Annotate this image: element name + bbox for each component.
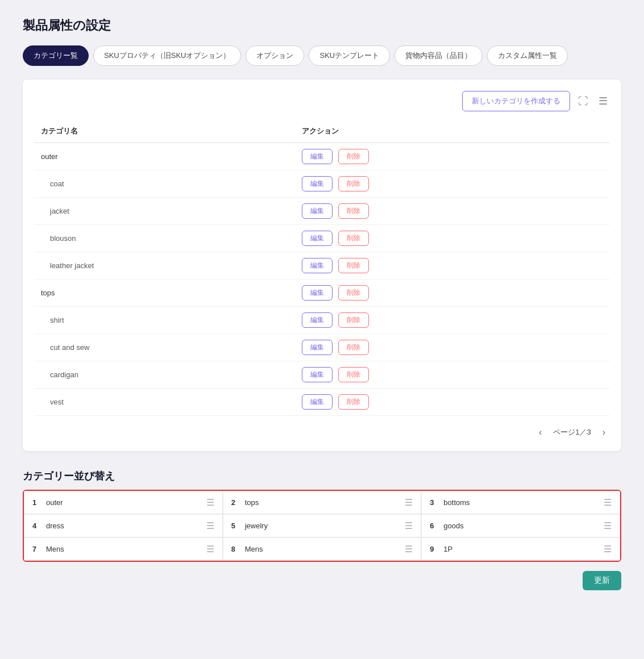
category-table: カテゴリ名 アクション outer 編集 削除 coat 編集 削除 jacke…: [34, 120, 610, 416]
drag-handle-icon[interactable]: ☰: [405, 520, 413, 531]
sort-item[interactable]: 1 outer ☰: [24, 491, 223, 514]
tab-options[interactable]: オプション: [246, 45, 304, 66]
sort-section: カテゴリー並び替え 1 outer ☰ 2 tops ☰ 3 bottoms ☰…: [23, 469, 621, 590]
row-actions: 編集 削除: [295, 170, 610, 198]
sort-label: Mens: [245, 545, 263, 553]
sort-title: カテゴリー並び替え: [23, 469, 621, 483]
create-category-button[interactable]: 新しいカテゴリを作成する: [462, 91, 570, 111]
delete-button[interactable]: 削除: [338, 258, 369, 273]
table-row: cardigan 編集 削除: [34, 361, 610, 389]
edit-button[interactable]: 編集: [302, 394, 333, 410]
tab-sku-template[interactable]: SKUテンプレート: [309, 45, 390, 66]
drag-handle-icon[interactable]: ☰: [206, 497, 214, 508]
tab-sku-props[interactable]: SKUプロパティ（旧SKUオプション）: [93, 45, 241, 66]
sort-grid: 1 outer ☰ 2 tops ☰ 3 bottoms ☰ 4 dress ☰…: [23, 490, 621, 562]
table-row: cut and sew 編集 削除: [34, 334, 610, 361]
sort-label: 1P: [443, 545, 452, 553]
card-header: 新しいカテゴリを作成する ⛶ ☰: [34, 91, 610, 111]
delete-button[interactable]: 削除: [338, 394, 369, 410]
sort-item[interactable]: 8 Mens ☰: [223, 537, 422, 561]
edit-button[interactable]: 編集: [302, 340, 333, 355]
row-actions: 編集 削除: [295, 252, 610, 280]
expand-icon[interactable]: ⛶: [576, 93, 591, 110]
row-actions: 編集 削除: [295, 198, 610, 225]
edit-button[interactable]: 編集: [302, 231, 333, 246]
tab-custom[interactable]: カスタム属性一覧: [487, 45, 568, 66]
sort-item[interactable]: 9 1P ☰: [421, 537, 620, 561]
sort-num: 5: [231, 522, 240, 530]
row-actions: 編集 削除: [295, 280, 610, 307]
edit-button[interactable]: 編集: [302, 149, 333, 164]
sort-num: 4: [32, 522, 41, 530]
sort-num: 8: [231, 545, 240, 553]
delete-button[interactable]: 削除: [338, 367, 369, 382]
sort-item[interactable]: 2 tops ☰: [223, 491, 422, 514]
edit-button[interactable]: 編集: [302, 258, 333, 273]
tab-cargo[interactable]: 貨物内容品（品目）: [394, 45, 483, 66]
row-name: cardigan: [34, 361, 295, 389]
table-row: shirt 編集 削除: [34, 307, 610, 334]
edit-button[interactable]: 編集: [302, 176, 333, 191]
next-page-button[interactable]: ›: [598, 425, 610, 440]
update-button[interactable]: 更新: [583, 571, 621, 590]
row-name: coat: [34, 170, 295, 198]
row-actions: 編集 削除: [295, 389, 610, 416]
sort-item[interactable]: 6 goods ☰: [421, 514, 620, 537]
edit-button[interactable]: 編集: [302, 285, 333, 301]
tab-category[interactable]: カテゴリー覧: [23, 45, 89, 66]
category-card: 新しいカテゴリを作成する ⛶ ☰ カテゴリ名 アクション outer 編集 削除…: [23, 80, 621, 451]
delete-button[interactable]: 削除: [338, 285, 369, 301]
row-name: tops: [34, 280, 295, 307]
sort-num: 6: [430, 522, 439, 530]
sort-item[interactable]: 7 Mens ☰: [24, 537, 223, 561]
delete-button[interactable]: 削除: [338, 231, 369, 246]
delete-button[interactable]: 削除: [338, 312, 369, 328]
row-actions: 編集 削除: [295, 143, 610, 170]
table-row: leather jacket 編集 削除: [34, 252, 610, 280]
sort-label: Mens: [46, 545, 64, 553]
drag-handle-icon[interactable]: ☰: [604, 497, 612, 508]
table-row: coat 編集 削除: [34, 170, 610, 198]
delete-button[interactable]: 削除: [338, 149, 369, 164]
sort-num: 3: [430, 498, 439, 507]
delete-button[interactable]: 削除: [338, 203, 369, 219]
sort-label: bottoms: [443, 498, 470, 507]
sort-item[interactable]: 3 bottoms ☰: [421, 491, 620, 514]
row-name: blouson: [34, 225, 295, 252]
row-actions: 編集 削除: [295, 307, 610, 334]
sort-item[interactable]: 5 jewelry ☰: [223, 514, 422, 537]
row-actions: 編集 削除: [295, 225, 610, 252]
edit-button[interactable]: 編集: [302, 203, 333, 219]
sort-item[interactable]: 4 dress ☰: [24, 514, 223, 537]
col-action-header: アクション: [295, 120, 610, 143]
sort-label: dress: [46, 522, 64, 530]
drag-handle-icon[interactable]: ☰: [405, 497, 413, 508]
prev-page-button[interactable]: ‹: [534, 425, 546, 440]
row-name: cut and sew: [34, 334, 295, 361]
delete-button[interactable]: 削除: [338, 340, 369, 355]
drag-handle-icon[interactable]: ☰: [405, 544, 413, 554]
edit-button[interactable]: 編集: [302, 367, 333, 382]
table-row: blouson 編集 削除: [34, 225, 610, 252]
drag-handle-icon[interactable]: ☰: [604, 520, 612, 531]
col-name-header: カテゴリ名: [34, 120, 295, 143]
sort-num: 7: [32, 545, 41, 553]
row-actions: 編集 削除: [295, 361, 610, 389]
row-actions: 編集 削除: [295, 334, 610, 361]
table-row: outer 編集 削除: [34, 143, 610, 170]
row-name: vest: [34, 389, 295, 416]
table-row: vest 編集 削除: [34, 389, 610, 416]
row-name: leather jacket: [34, 252, 295, 280]
drag-handle-icon[interactable]: ☰: [206, 520, 214, 531]
delete-button[interactable]: 削除: [338, 176, 369, 191]
drag-handle-icon[interactable]: ☰: [604, 544, 612, 554]
sort-num: 1: [32, 498, 41, 507]
sort-num: 2: [231, 498, 240, 507]
row-name: outer: [34, 143, 295, 170]
sort-label: jewelry: [245, 522, 268, 530]
edit-button[interactable]: 編集: [302, 312, 333, 328]
drag-handle-icon[interactable]: ☰: [206, 544, 214, 554]
sort-label: goods: [443, 522, 463, 530]
list-icon[interactable]: ☰: [596, 93, 610, 110]
page-indicator: ページ1／3: [553, 427, 591, 437]
